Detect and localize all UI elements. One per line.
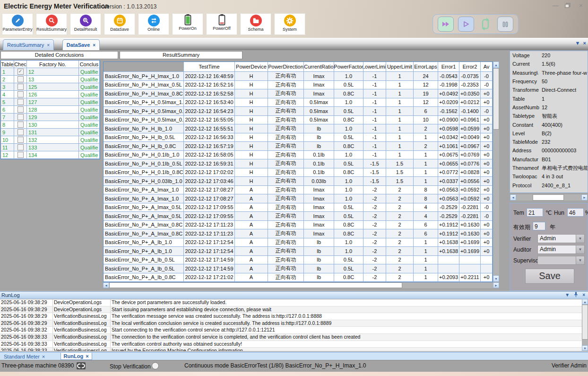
scroll-down-icon[interactable]: ▼	[493, 275, 499, 282]
result-row[interactable]: BasicError_No_P+_A_Ib_0.5L2022-12-12 17:…	[104, 264, 493, 273]
log-row[interactable]: 2025-06-16 09:38:33VerificationBusinessL…	[0, 348, 582, 351]
conclusion-row[interactable]: 12134Qualifie	[1, 151, 100, 159]
result-row[interactable]: BasicError_No_P+_H_Ib_0.8C2022-12-12 16:…	[104, 142, 493, 151]
conclusion-row[interactable]: 213Qualifie	[1, 76, 100, 83]
column-header[interactable]: PowerFactor	[334, 62, 363, 72]
runlog-vscrollbar[interactable]: ▲ ▼	[582, 299, 588, 351]
toolbar-datasave-button[interactable]: DataSave	[104, 13, 135, 35]
column-header[interactable]: Error1	[438, 62, 459, 72]
row-checkbox[interactable]	[17, 84, 24, 90]
main-table-hscrollbar[interactable]: ◄ ►	[103, 282, 499, 288]
supervisor-dropdown[interactable]: ▼	[537, 256, 585, 265]
result-row[interactable]: BasicError_No_P+_H_0.5Imax_1.02022-12-12…	[104, 98, 493, 107]
humidity-input[interactable]: 46	[567, 208, 584, 217]
verifier-dropdown[interactable]: Admin ▼	[537, 234, 585, 243]
result-row[interactable]: BasicError_No_P+_A_Imax_0.8C2022-12-12 1…	[104, 221, 493, 230]
column-header[interactable]: Factory No.	[27, 61, 79, 68]
pause-button[interactable]	[497, 17, 513, 32]
vscroll-thumb[interactable]	[582, 305, 588, 340]
runlog-chevron-down-icon[interactable]: ▼	[565, 292, 570, 297]
result-row[interactable]: BasicError_No_P+_A_Imax_0.8C2022-12-12 1…	[104, 229, 493, 238]
tab-resultsummary[interactable]: ResultSummary×	[3, 39, 54, 50]
conclusion-row[interactable]: 5127Qualifie	[1, 98, 100, 106]
bottom-tab-runlog[interactable]: RunLog×	[61, 353, 92, 360]
column-header[interactable]: ErrorLaps	[414, 62, 438, 72]
main-table-vscrollbar[interactable]: ▲ ▼	[493, 61, 499, 282]
conclusion-row[interactable]: 6128Qualifie	[1, 106, 100, 114]
loop-button[interactable]	[478, 17, 493, 31]
log-row[interactable]: 2025-06-16 09:38:29VerificationBusinessL…	[0, 320, 582, 327]
toolbar-poweron-button[interactable]: PowerOn	[172, 13, 203, 35]
toolbar-resultsummary-button[interactable]: ResultSummary	[36, 13, 67, 35]
scroll-up-icon[interactable]: ▲	[582, 299, 588, 305]
chevron-down-icon[interactable]: ▼	[576, 235, 584, 243]
log-row[interactable]: 2025-06-16 09:38:33VerificationBusinessL…	[0, 334, 582, 341]
column-header[interactable]: PowerDirection	[268, 62, 304, 72]
result-row[interactable]: BasicError_No_P+_H_0.1Ib_1.02022-12-12 1…	[104, 151, 493, 160]
toolbar-poweroff-button[interactable]: PowerOff	[206, 13, 237, 35]
log-row[interactable]: 2025-06-16 09:38:29DeviceOperationLogsTh…	[0, 299, 582, 306]
tab-close-icon[interactable]: ×	[47, 43, 50, 48]
minimize-icon[interactable]: —	[550, 2, 561, 9]
result-row[interactable]: BasicError_No_P+_A_Imax_1.02022-12-12 17…	[104, 186, 493, 195]
conclusion-row[interactable]: 1✓12Qualifie	[1, 68, 100, 76]
column-header[interactable]: Av	[481, 62, 493, 72]
row-checkbox[interactable]	[17, 144, 24, 150]
result-row[interactable]: BasicError_No_P+_A_Imax_0.5L2022-12-12 1…	[104, 203, 493, 212]
hscroll-thumb[interactable]	[109, 282, 402, 288]
conclusion-row[interactable]: 11133Qualifie	[1, 144, 100, 151]
row-checkbox[interactable]	[17, 122, 24, 128]
play-button[interactable]	[458, 17, 474, 32]
result-row[interactable]: BasicError_No_P+_H_Imax_0.5L2022-12-12 1…	[104, 81, 493, 90]
log-row[interactable]: 2025-06-16 09:38:29VerificationBusinessL…	[0, 313, 582, 320]
row-checkbox[interactable]	[17, 99, 24, 105]
hscroll-thumb[interactable]	[533, 194, 564, 201]
scroll-down-icon[interactable]: ▼	[582, 345, 588, 351]
stop-verification-label[interactable]: Stop Verification	[110, 362, 159, 370]
result-row[interactable]: BasicError_No_P+_A_Imax_0.5L2022-12-12 1…	[104, 212, 493, 221]
row-checkbox[interactable]	[17, 152, 24, 158]
pin-icon[interactable]	[574, 292, 578, 297]
conclusion-row[interactable]: 3125Qualifie	[1, 83, 100, 91]
result-row[interactable]: BasicError_No_P+_A_Imax_1.02022-12-12 17…	[104, 194, 493, 203]
scroll-up-icon[interactable]: ▲	[493, 61, 499, 68]
runlog-close-icon[interactable]: ×	[582, 292, 585, 297]
auditor-dropdown[interactable]: Admin ▼	[537, 245, 585, 254]
chevron-down-icon[interactable]: ▼	[576, 256, 584, 264]
result-row[interactable]: BasicError_No_P+_H_0.03Ib_1.02022-12-12 …	[104, 177, 493, 186]
log-row[interactable]: 2025-06-16 09:38:32VerificationBusinessL…	[0, 327, 582, 334]
tab-close-icon[interactable]: ×	[93, 43, 95, 48]
result-row[interactable]: BasicError_No_P+_A_Ib_1.02022-12-12 17:1…	[104, 238, 493, 247]
result-row[interactable]: BasicError_No_P+_A_Ib_0.8C2022-12-12 17:…	[104, 273, 493, 282]
row-checkbox[interactable]: ✓	[17, 69, 24, 75]
tab-list-chevron-down-icon[interactable]: ▼	[575, 40, 580, 46]
result-row[interactable]: BasicError_No_P+_H_0.1Ib_0.5L2022-12-12 …	[104, 159, 493, 168]
column-header[interactable]: LowerLimit	[363, 62, 386, 72]
scroll-right-icon[interactable]: ►	[493, 282, 499, 288]
conclusion-row[interactable]: 7129Qualifie	[1, 114, 100, 121]
column-header[interactable]: UpperLimit	[386, 62, 414, 72]
column-header[interactable]: Chec	[14, 61, 27, 68]
log-row[interactable]: 2025-06-16 09:38:33VerificationBusinessL…	[0, 341, 582, 348]
conclusion-row[interactable]: 8130Qualifie	[1, 121, 100, 129]
maximize-icon[interactable]	[562, 2, 573, 9]
tab-close-icon[interactable]: ×	[86, 353, 88, 359]
toolbar-parameterentry-button[interactable]: ParameterEntry	[2, 13, 33, 35]
log-row[interactable]: 2025-06-16 09:38:29DeviceOperationLogsSt…	[0, 306, 582, 314]
row-checkbox[interactable]	[17, 106, 24, 113]
tab-datasave[interactable]: DataSave×	[62, 39, 100, 50]
tab-close-icon[interactable]: ×	[42, 354, 45, 359]
chevron-down-icon[interactable]: ▼	[576, 245, 584, 254]
result-row[interactable]: BasicError_No_P+_H_0.5Imax_0.8C2022-12-1…	[104, 116, 493, 125]
fast-forward-button[interactable]	[438, 17, 454, 32]
column-header[interactable]	[104, 62, 184, 72]
result-row[interactable]: BasicError_No_P+_H_0.1Ib_0.8C2022-12-12 …	[104, 168, 493, 177]
toolbar-detailresult-button[interactable]: DetailResult	[70, 13, 101, 35]
validity-input[interactable]: 9	[533, 222, 545, 230]
row-checkbox[interactable]	[17, 137, 24, 143]
scroll-left-icon[interactable]: ◄	[103, 282, 109, 288]
result-row[interactable]: BasicError_No_P+_H_0.5Imax_0.5L2022-12-1…	[104, 107, 493, 116]
column-header[interactable]: TestTime	[184, 62, 235, 72]
result-row[interactable]: BasicError_No_P+_H_Imax_0.8C2022-12-12 1…	[104, 89, 493, 98]
close-icon[interactable]: ×	[576, 2, 586, 9]
